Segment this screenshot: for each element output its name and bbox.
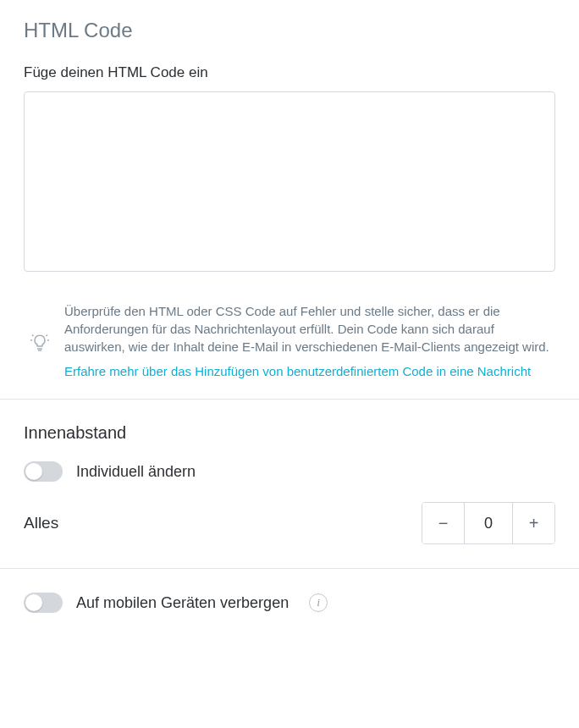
svg-line-5 [47,335,48,337]
code-field-label: Füge deinen HTML Code ein [24,64,555,81]
page-title: HTML Code [24,19,555,42]
padding-all-label: Alles [24,514,58,532]
padding-stepper: − + [422,502,555,544]
hide-mobile-label: Auf mobilen Geräten verbergen [76,594,289,612]
help-link[interactable]: Erfahre mehr über das Hinzufügen von ben… [64,362,531,380]
toggle-knob [25,594,42,611]
html-code-input[interactable] [24,91,555,272]
individual-padding-toggle[interactable] [24,461,63,482]
hide-mobile-toggle[interactable] [24,593,63,613]
toggle-knob [25,463,42,480]
padding-value-input[interactable] [465,503,512,543]
individual-padding-label: Individuell ändern [76,463,196,481]
padding-increment-button[interactable]: + [512,503,554,543]
help-text: Überprüfe den HTML oder CSS Code auf Feh… [64,302,555,356]
svg-line-4 [32,335,34,337]
info-icon[interactable]: i [309,593,328,612]
padding-heading: Innenabstand [24,423,555,443]
lightbulb-icon [29,302,51,380]
help-block: Überprüfe den HTML oder CSS Code auf Feh… [24,302,555,380]
padding-decrement-button[interactable]: − [422,503,465,543]
